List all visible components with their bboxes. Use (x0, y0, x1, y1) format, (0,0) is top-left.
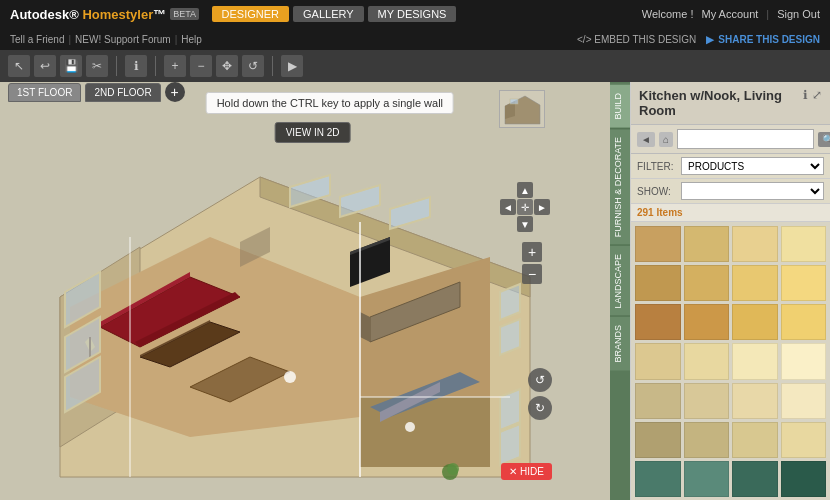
show-label: SHOW: (637, 186, 677, 197)
view-2d-button[interactable]: VIEW IN 2D (275, 122, 351, 143)
toolbar-divider-1 (116, 56, 117, 76)
search-go-btn[interactable]: 🔍 (818, 132, 830, 147)
rotate-controls: ↺ ↻ (528, 368, 552, 420)
nav-left-btn[interactable]: ◄ (500, 199, 516, 215)
tooltip-ctrl-key: Hold down the CTRL key to apply a single… (206, 92, 454, 114)
top-navigation-bar: Autodesk® Homestyler™ BETA DESIGNER GALL… (0, 0, 830, 28)
brands-tab[interactable]: BRANDS (610, 316, 630, 371)
info-icon[interactable]: ℹ (803, 88, 808, 102)
tool-save[interactable]: 💾 (60, 55, 82, 77)
gallery-nav-btn[interactable]: GALLERY (293, 6, 364, 22)
sign-out-link[interactable]: Sign Out (777, 8, 820, 20)
furnish-tab[interactable]: FURNISH & DECORATE (610, 128, 630, 245)
my-account-link[interactable]: My Account (701, 8, 758, 20)
help-link[interactable]: Help (181, 34, 202, 45)
color-swatch[interactable] (684, 226, 730, 262)
tool-cut[interactable]: ✂ (86, 55, 108, 77)
color-swatch[interactable] (781, 343, 827, 379)
show-select[interactable] (681, 182, 824, 200)
color-swatch[interactable] (732, 461, 778, 497)
navigation-control: ▲ ◄ ✛ ► ▼ (500, 182, 550, 232)
rotate-left-btn[interactable]: ↺ (528, 368, 552, 392)
color-swatch[interactable] (635, 343, 681, 379)
nav-up-btn[interactable]: ▲ (517, 182, 533, 198)
color-swatch[interactable] (635, 226, 681, 262)
color-swatch[interactable] (635, 304, 681, 340)
panel-search-bar: ◄ ⌂ 🔍 (631, 125, 830, 154)
share-design-btn[interactable]: ▶ SHARE THIS DESIGN (706, 34, 820, 45)
color-swatch[interactable] (684, 265, 730, 301)
color-swatch[interactable] (781, 422, 827, 458)
filter-select[interactable]: PRODUCTS (681, 157, 824, 175)
svg-rect-39 (510, 99, 518, 104)
color-swatch-grid (631, 222, 830, 500)
color-swatch[interactable] (781, 226, 827, 262)
embed-design-btn[interactable]: </> EMBED THIS DESIGN (573, 34, 696, 45)
tool-zoom-in[interactable]: + (164, 55, 186, 77)
color-swatch[interactable] (732, 422, 778, 458)
color-swatch[interactable] (781, 304, 827, 340)
landscape-tab[interactable]: LANDSCAPE (610, 245, 630, 317)
color-swatch[interactable] (732, 343, 778, 379)
color-swatch[interactable] (781, 265, 827, 301)
svg-marker-30 (500, 424, 520, 465)
filter-label: FILTER: (637, 161, 677, 172)
color-swatch[interactable] (781, 461, 827, 497)
beta-badge: BETA (170, 8, 199, 20)
svg-point-35 (447, 463, 459, 475)
canvas-area[interactable]: Hold down the CTRL key to apply a single… (0, 82, 610, 500)
color-swatch[interactable] (684, 461, 730, 497)
nav-center-btn[interactable]: ✛ (517, 199, 533, 215)
nav-right-btn[interactable]: ► (534, 199, 550, 215)
tool-pointer[interactable]: ↖ (8, 55, 30, 77)
hide-btn[interactable]: ✕ HIDE (501, 463, 552, 480)
search-home-btn[interactable]: ⌂ (659, 132, 673, 147)
color-swatch[interactable] (732, 265, 778, 301)
search-input[interactable] (677, 129, 814, 149)
tell-friend-link[interactable]: Tell a Friend (10, 34, 64, 45)
color-swatch[interactable] (635, 461, 681, 497)
floor-tabs: 1ST FLOOR 2ND FLOOR + (8, 82, 185, 102)
svg-point-33 (405, 422, 415, 432)
floor-tab-2nd[interactable]: 2ND FLOOR (85, 83, 160, 102)
color-swatch[interactable] (684, 343, 730, 379)
color-swatch[interactable] (684, 422, 730, 458)
rotate-right-btn[interactable]: ↻ (528, 396, 552, 420)
tool-info[interactable]: ℹ (125, 55, 147, 77)
color-swatch[interactable] (684, 383, 730, 419)
color-swatch[interactable] (635, 383, 681, 419)
color-swatch[interactable] (684, 304, 730, 340)
build-tab[interactable]: BUILD (610, 84, 630, 128)
my-designs-nav-btn[interactable]: MY DESIGNS (368, 6, 457, 22)
tool-forward[interactable]: ▶ (281, 55, 303, 77)
user-account-area: Welcome ! My Account | Sign Out (642, 8, 820, 20)
color-swatch[interactable] (732, 226, 778, 262)
color-swatch[interactable] (732, 383, 778, 419)
tool-move[interactable]: ✥ (216, 55, 238, 77)
tool-rotate[interactable]: ↺ (242, 55, 264, 77)
color-swatch[interactable] (781, 383, 827, 419)
support-link[interactable]: NEW! Support Forum (75, 34, 171, 45)
items-count: 291 Items (631, 204, 830, 222)
minimap-thumbnail[interactable] (499, 90, 545, 128)
room-title: Kitchen w/Nook, Living Room (639, 88, 803, 118)
expand-icon[interactable]: ⤢ (812, 88, 822, 102)
floor-tab-1st[interactable]: 1ST FLOOR (8, 83, 81, 102)
toolbar: ↖ ↩ 💾 ✂ ℹ + − ✥ ↺ ▶ (0, 50, 830, 82)
color-swatch[interactable] (635, 422, 681, 458)
side-tabs: BUILD FURNISH & DECORATE LANDSCAPE BRAND… (610, 82, 630, 500)
zoom-in-btn[interactable]: + (522, 242, 542, 262)
zoom-out-btn[interactable]: − (522, 264, 542, 284)
nav-down-btn[interactable]: ▼ (517, 216, 533, 232)
search-back-btn[interactable]: ◄ (637, 132, 655, 147)
add-floor-btn[interactable]: + (165, 82, 185, 102)
hide-icon: ✕ (509, 466, 517, 477)
tool-zoom-out[interactable]: − (190, 55, 212, 77)
floorplan-view (0, 82, 610, 500)
color-swatch[interactable] (635, 265, 681, 301)
autodesk-logo: Autodesk® Homestyler™ (10, 7, 166, 22)
designer-nav-btn[interactable]: DESIGNER (212, 6, 289, 22)
tool-undo[interactable]: ↩ (34, 55, 56, 77)
color-swatch[interactable] (732, 304, 778, 340)
secondary-bar: Tell a Friend | NEW! Support Forum | Hel… (0, 28, 830, 50)
